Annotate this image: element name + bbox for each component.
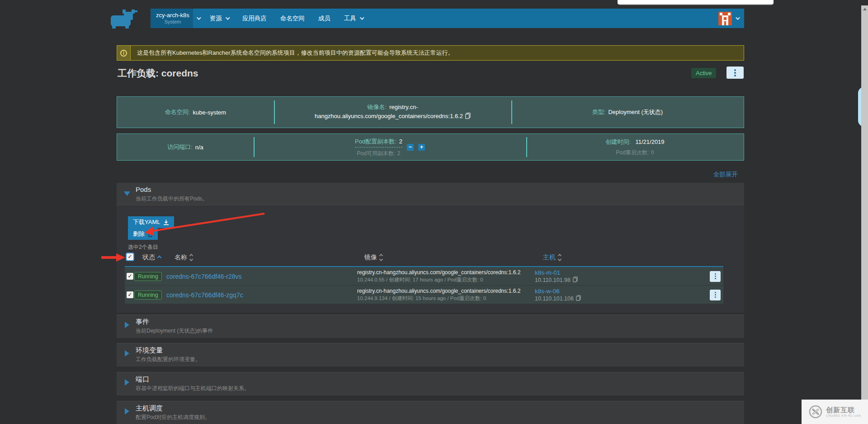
- nav-resources[interactable]: 资源: [210, 14, 229, 23]
- section-ports[interactable]: 端口 容器中进程监听的端口与主机端口的映射关系。: [117, 372, 744, 395]
- page-title: 工作负载: coredns: [118, 67, 198, 80]
- project-chevron-down-icon[interactable]: [197, 15, 201, 20]
- copy-icon[interactable]: [576, 295, 581, 302]
- project-name: zcy-arch-k8s: [156, 12, 189, 19]
- expand-all-link[interactable]: 全部展开: [713, 171, 738, 179]
- browser-scrollbar[interactable]: [861, 5, 868, 424]
- main-nav: 资源 应用商店 命名空间 成员 工具: [210, 14, 363, 23]
- nav-namespaces[interactable]: 命名空间: [280, 14, 305, 23]
- port-value: n/a: [195, 144, 203, 151]
- row-actions-kebab-button[interactable]: [710, 290, 721, 300]
- info-icon: i: [120, 50, 127, 57]
- namespace-value: kube-system: [193, 109, 226, 116]
- pod-detail: 10.244.0.55 / 创建时间: 17 hours ago / Pod重启…: [357, 276, 483, 283]
- system-project-warning-banner: i 这是包含所有Kubernetes和Rancher系统命名空间的系统项目，修改…: [117, 45, 744, 61]
- watermark-title: 创新互联: [826, 406, 861, 414]
- row-checkbox[interactable]: ✓: [127, 291, 133, 298]
- download-yaml-button[interactable]: 下载YAML: [128, 216, 174, 228]
- pods-subtitle: 当前工作负载中的所有Pods。: [136, 195, 208, 203]
- warning-text: 这是包含所有Kubernetes和Rancher系统命名空间的系统项目，修改当前…: [131, 46, 460, 60]
- row-actions-kebab-button[interactable]: [710, 271, 721, 282]
- select-all-checkbox[interactable]: ✓: [127, 253, 133, 260]
- browser-popup-remnant: [618, 0, 774, 5]
- sort-icons: [380, 254, 382, 261]
- expand-triangle-icon: [125, 379, 129, 386]
- type-label: 类型:: [592, 108, 606, 116]
- nav-members[interactable]: 成员: [318, 14, 330, 23]
- watermark-logo-icon: [808, 405, 823, 419]
- column-header-state[interactable]: 状态: [142, 253, 161, 262]
- table-row: ✓ Running coredns-67c766df46-r28vs regis…: [125, 267, 723, 286]
- pods-title: Pods: [136, 186, 151, 193]
- user-avatar[interactable]: [718, 12, 732, 25]
- chevron-down-icon: [360, 15, 364, 20]
- restarts-value: 0: [651, 149, 654, 156]
- nav-app-store[interactable]: 应用商店: [242, 14, 267, 23]
- image-label: 镜像名:: [368, 104, 387, 110]
- workload-stats-panel: 访问端口: n/a Pod配置副本数:2 Pod可用副本数: 2 − + 创建时…: [117, 133, 744, 161]
- copy-icon[interactable]: [573, 276, 578, 284]
- pod-name-link[interactable]: coredns-67c766df46-zgq7c: [166, 291, 243, 299]
- nav-tools[interactable]: 工具: [344, 14, 363, 23]
- state-badge: Running: [134, 272, 162, 281]
- row-checkbox[interactable]: ✓: [127, 273, 133, 280]
- scale-down-button[interactable]: −: [407, 144, 414, 151]
- section-host-scheduling[interactable]: 主机调度 配置Pod对应的主机调度规则。: [117, 401, 744, 424]
- download-icon: [163, 219, 169, 225]
- pod-name-link[interactable]: coredns-67c766df46-r28vs: [166, 273, 242, 280]
- top-header-bar: zcy-arch-k8s System 资源 应用商店 命名空间 成员 工具: [151, 9, 744, 28]
- chevron-down-icon: [226, 15, 230, 20]
- expand-triangle-icon: [125, 408, 129, 414]
- pod-image: registry.cn-hangzhou.aliyuncs.com/google…: [357, 269, 520, 276]
- project-selector[interactable]: zcy-arch-k8s System: [151, 9, 193, 28]
- workload-actions-kebab-button[interactable]: [726, 67, 744, 79]
- sort-icons: [558, 254, 561, 261]
- status-badge: Active: [691, 68, 716, 78]
- scale-label: Pod配置副本数:: [355, 138, 396, 145]
- column-header-name[interactable]: 名称: [175, 253, 193, 262]
- section-env-vars[interactable]: 环境变量 工作负载配置的环境变量。: [117, 343, 744, 367]
- expand-triangle-icon: [125, 350, 129, 357]
- available-value: 2: [397, 150, 401, 157]
- workload-info-panel: 命名空间: kube-system 镜像名:registry.cn-hangzh…: [117, 96, 744, 128]
- project-subtitle: System: [165, 19, 181, 25]
- pod-image: registry.cn-hangzhou.aliyuncs.com/google…: [357, 288, 520, 294]
- host-link[interactable]: k8s-m-01: [535, 269, 560, 276]
- sort-icons: [190, 254, 193, 261]
- pods-section-header[interactable]: Pods 当前工作负载中的所有Pods。: [117, 183, 744, 205]
- type-value: Deployment (无状态): [608, 108, 663, 116]
- warning-icon-box: i: [117, 46, 131, 60]
- restarts-label: Pod重启次数:: [616, 149, 649, 156]
- user-menu-chevron-down-icon[interactable]: [736, 15, 740, 20]
- table-row: ✓ Running coredns-67c766df46-zgq7c regis…: [125, 286, 723, 304]
- host-link[interactable]: k8s-w-06: [535, 288, 560, 295]
- column-header-image[interactable]: 镜像: [364, 253, 382, 262]
- section-events[interactable]: 事件 当前Deployment (无状态)的事件: [117, 314, 744, 338]
- copy-icon[interactable]: [465, 113, 471, 122]
- host-ip: 10.110.101.98: [535, 277, 571, 283]
- state-badge: Running: [134, 291, 162, 300]
- collapse-triangle-icon: [124, 191, 130, 196]
- scale-up-button[interactable]: +: [418, 144, 425, 151]
- scroll-up-icon[interactable]: [863, 8, 867, 10]
- pod-detail: 10.244.9.134 / 创建时间: 15 hours ago / Pod重…: [357, 295, 486, 302]
- selected-count-text: 选中2个条目: [128, 243, 158, 251]
- port-label: 访问端口:: [167, 143, 193, 151]
- sort-asc-icon: [157, 255, 162, 260]
- image-value: registry.cn-hangzhou.aliyuncs.com/google…: [315, 104, 463, 119]
- host-ip: 10.110.101.106: [535, 295, 574, 302]
- delete-button[interactable]: 删除: [128, 228, 158, 240]
- pods-table-header: ✓ 状态 名称 镜像 主机: [125, 252, 723, 266]
- pods-section: Pods 当前工作负载中的所有Pods。 下载YAML 删除 选中2个条目 ✓ …: [117, 183, 744, 313]
- watermark-subtitle: CHUANG XIN HU LIAN: [826, 414, 861, 417]
- watermark: 创新互联 CHUANG XIN HU LIAN: [802, 400, 868, 424]
- trash-icon: [148, 231, 153, 237]
- column-header-host[interactable]: 主机: [543, 253, 561, 262]
- namespace-label: 命名空间:: [165, 108, 190, 116]
- expand-triangle-icon: [125, 322, 129, 328]
- created-label: 创建时间:: [605, 138, 631, 145]
- rancher-logo: [110, 9, 140, 29]
- created-value: 11/21/2019: [635, 138, 664, 145]
- scale-value: 2: [399, 138, 402, 145]
- available-label: Pod可用副本数:: [357, 150, 396, 157]
